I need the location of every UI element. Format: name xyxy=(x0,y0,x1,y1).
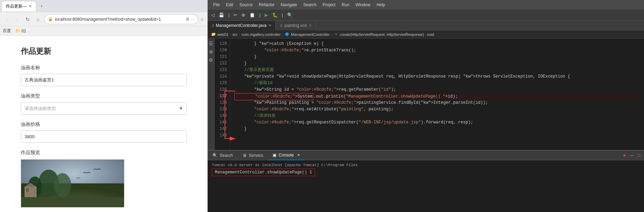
painting-image xyxy=(21,159,124,208)
breadcrumb: 📁 web01 › src › com.mgallery.controller … xyxy=(208,30,644,39)
tomcat-info-line: Tomcat v9.0 Server at localhost [Apache … xyxy=(212,163,640,167)
servers-tab-icon: 🖥 xyxy=(243,153,247,158)
bc-sep1: › xyxy=(230,32,231,37)
console-close-icon[interactable]: ✕ xyxy=(297,153,300,157)
menu-run[interactable]: Run xyxy=(339,2,352,8)
code-area[interactable]: } "kw">catch (Exception e) { "color:#9cd… xyxy=(230,39,644,150)
code-line-141[interactable]: "color:#9cdcfe;">req.getRequestDispatche… xyxy=(234,119,640,126)
bookmark-baidu[interactable]: 百度 xyxy=(3,28,11,34)
bottom-content: Tomcat v9.0 Server at localhost [Apache … xyxy=(208,160,644,212)
code-line-129[interactable]: } "kw">catch (Exception e) { xyxy=(234,41,640,47)
bottom-tab-servers[interactable]: 🖥 Servers xyxy=(238,151,268,160)
tomcat-text: Tomcat v9.0 Server at localhost [Apache … xyxy=(212,163,358,167)
servers-tab-label: Servers xyxy=(249,153,263,158)
bookmark-icon[interactable]: ☆ xyxy=(200,17,205,22)
home-button[interactable]: ⌂ xyxy=(34,15,42,23)
menu-edit[interactable]: Edit xyxy=(223,2,236,8)
code-line-133[interactable]: //显示更新页面 xyxy=(234,67,640,73)
forward-button[interactable]: › xyxy=(13,15,21,23)
bookmark-01[interactable]: 📁 01 xyxy=(15,29,26,33)
file-tab-management-close[interactable]: ✕ xyxy=(268,23,271,27)
bottom-tab-search[interactable]: 🔍 Search xyxy=(208,151,238,160)
sidebar-debug-icon[interactable]: ⚙ xyxy=(209,57,213,63)
toolbar-run-icon[interactable]: ▶ xyxy=(263,12,269,18)
file-tab-management[interactable]: J ManagementController.java ✕ xyxy=(208,21,276,30)
sidebar-structure-icon[interactable]: ☰ xyxy=(209,41,213,46)
code-editor[interactable]: 1291301311321331341351361371381391401411… xyxy=(215,39,644,150)
painting-preview xyxy=(21,159,124,208)
qr-icon: ⊞ xyxy=(186,17,189,21)
tab-bar: 作品更新--- ✕ + xyxy=(0,0,207,12)
code-line-135[interactable]: //获取id xyxy=(234,80,640,87)
toolbar-debug-icon[interactable]: 🐛 xyxy=(271,12,279,18)
price-input[interactable] xyxy=(21,130,187,143)
code-line-139[interactable]: "color:#9cdcfe;">req.setAttribute("paint… xyxy=(234,106,640,113)
new-tab-button[interactable]: + xyxy=(36,1,47,11)
menu-help[interactable]: Help xyxy=(374,2,388,8)
bottom-tabs: 🔍 Search 🖥 Servers ▣ Console ✕ ■ — □ xyxy=(208,151,644,160)
file-tabs: J ManagementController.java ✕ X painting… xyxy=(208,21,644,30)
file-tab-management-label: ManagementController.java xyxy=(216,23,267,28)
menu-file[interactable]: File xyxy=(210,2,222,8)
code-line-140[interactable]: //请求转发 xyxy=(234,113,640,119)
console-output-box: ManagementController.showUpdatePage() 1 xyxy=(212,169,315,176)
bc-method: 🔸 xyxy=(334,32,339,37)
refresh-button[interactable]: ↻ xyxy=(23,15,32,23)
bc-class: 🔷 xyxy=(285,32,290,37)
file-tab-painting-label: painting.xml xyxy=(285,23,307,28)
menu-search[interactable]: Search xyxy=(301,2,319,8)
toolbar-copy-icon[interactable]: ⊕ xyxy=(240,12,247,18)
sidebar-search-icon[interactable]: ⊕ xyxy=(209,49,213,54)
address-input-wrapper[interactable]: 🔒 localhost:8080/management?method=show_… xyxy=(44,14,198,24)
price-label: 油画价格 xyxy=(21,121,187,128)
toolbar-search-icon[interactable]: 🔍 xyxy=(286,12,294,18)
xml-file-icon: X xyxy=(280,23,282,28)
menu-source[interactable]: Source xyxy=(237,2,255,8)
code-line-136[interactable]: "kw">String id = "color:#9cdcfe;">req.ge… xyxy=(234,87,640,93)
menu-refactor[interactable]: Refactor xyxy=(256,2,277,8)
bookmarks-bar: 百度 📁 01 xyxy=(0,26,207,36)
bc-method-text[interactable]: create(HttpServletRequest, HttpServletRe… xyxy=(340,32,434,37)
maximize-icon[interactable]: □ xyxy=(637,152,642,159)
bottom-tab-console[interactable]: ▣ Console ✕ xyxy=(268,151,305,160)
type-select[interactable]: 请选择油画类型 xyxy=(21,102,187,114)
stop-icon[interactable]: ■ xyxy=(622,152,627,159)
ide-main: ☰ ⊕ ⚙ 1291301311321331341351361371381391… xyxy=(208,39,644,150)
toolbar-paste-icon[interactable]: 📋 xyxy=(248,12,256,18)
type-select-wrapper: 请选择油画类型 ▼ xyxy=(21,102,187,114)
svg-rect-6 xyxy=(26,188,29,192)
code-line-143[interactable] xyxy=(234,132,640,139)
bc-web01: 📁 xyxy=(211,32,216,37)
menu-window[interactable]: Window xyxy=(353,2,373,8)
code-line-134[interactable]: "kw">private "kw">void showUpdatePage(Ht… xyxy=(234,73,640,80)
toolbar-save-icon[interactable]: 💾 xyxy=(217,12,226,18)
price-section: 油画价格 xyxy=(21,121,187,143)
bc-web01-text[interactable]: web01 xyxy=(217,32,228,37)
minimize-icon[interactable]: — xyxy=(628,152,635,159)
code-line-131[interactable]: } xyxy=(234,54,640,60)
tab-close-icon[interactable]: ✕ xyxy=(29,4,32,9)
toolbar-back-icon[interactable]: ◁ xyxy=(210,12,216,18)
back-button[interactable]: ‹ xyxy=(3,15,11,23)
line-numbers: 1291301311321331341351361371381391401411… xyxy=(215,39,230,150)
file-tab-painting-close[interactable]: ✕ xyxy=(309,23,312,27)
name-section: 油画名称 xyxy=(21,65,187,86)
toolbar-sep3: | xyxy=(281,12,284,18)
toolbar-cut-icon[interactable]: ✂ xyxy=(232,12,239,18)
bc-src[interactable]: src xyxy=(233,32,238,37)
bc-package[interactable]: com.mgallery.controller xyxy=(242,32,281,37)
code-line-142[interactable]: } xyxy=(234,126,640,132)
file-tab-painting[interactable]: X painting.xml ✕ xyxy=(276,21,316,30)
menu-project[interactable]: Project xyxy=(320,2,338,8)
type-section: 油画类型 请选择油画类型 ▼ xyxy=(21,93,187,114)
menu-navigate[interactable]: Navigate xyxy=(278,2,300,8)
bc-class-text[interactable]: ManagementController xyxy=(291,32,330,37)
page-content: 作品更新 油画名称 油画类型 请选择油画类型 ▼ 油画价格 作品预览 xyxy=(0,36,207,212)
code-line-132[interactable]: } xyxy=(234,60,640,67)
code-line-130[interactable]: "color:#9cdcfe;">e.printStackTrace(); xyxy=(234,47,640,54)
name-input[interactable] xyxy=(21,74,187,86)
code-line-138[interactable]: "kw">Painting painting = "color:#9cdcfe;… xyxy=(234,100,640,106)
active-tab[interactable]: 作品更新--- ✕ xyxy=(1,1,36,11)
search-tab-icon: 🔍 xyxy=(212,153,218,158)
code-line-137[interactable]: "color:#9cdcfe;">System.out.println("Man… xyxy=(234,93,640,100)
